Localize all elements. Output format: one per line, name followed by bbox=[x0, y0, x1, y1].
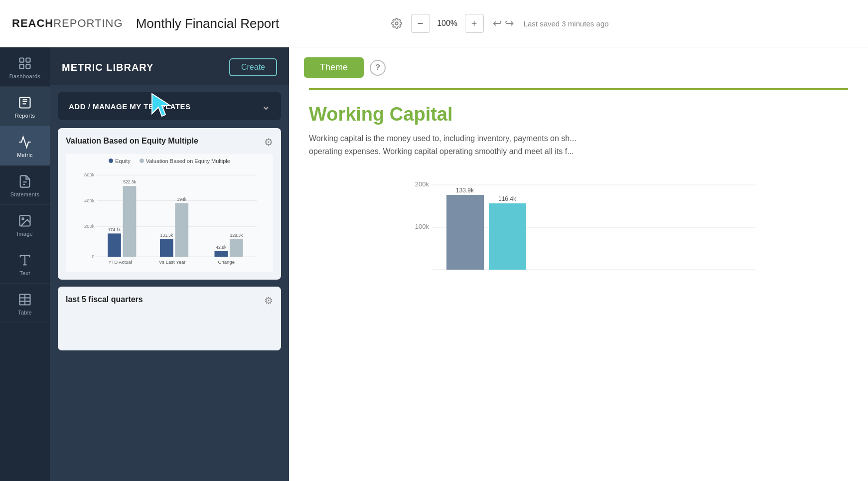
table-label: Table bbox=[18, 310, 32, 316]
undo-redo-group: ↩ ↪ bbox=[493, 17, 514, 30]
svg-rect-35 bbox=[175, 203, 188, 257]
zoom-in-button[interactable]: + bbox=[465, 14, 484, 33]
sidebar-item-image[interactable]: Image bbox=[0, 205, 50, 244]
svg-rect-50 bbox=[489, 203, 526, 270]
svg-text:Change: Change bbox=[218, 259, 235, 265]
svg-text:200k: 200k bbox=[415, 180, 430, 188]
text-label: Text bbox=[19, 270, 30, 276]
svg-rect-5 bbox=[20, 98, 30, 108]
reports-icon bbox=[18, 96, 32, 110]
svg-text:400k: 400k bbox=[84, 198, 95, 203]
report-title-input[interactable] bbox=[136, 16, 375, 31]
theme-button[interactable]: Theme bbox=[304, 57, 364, 78]
sidebar-item-dashboards[interactable]: Dashboards bbox=[0, 47, 50, 87]
svg-point-0 bbox=[395, 22, 398, 25]
sidebar-item-metric[interactable]: Metric bbox=[0, 126, 50, 165]
sidebar-item-reports[interactable]: Reports bbox=[0, 87, 50, 126]
svg-rect-3 bbox=[20, 64, 24, 68]
report-section-divider bbox=[309, 88, 848, 90]
svg-rect-48 bbox=[446, 195, 484, 270]
image-label: Image bbox=[17, 231, 33, 237]
report-content: Working Capital Working capital is the m… bbox=[289, 88, 868, 481]
reports-label: Reports bbox=[15, 113, 35, 119]
svg-text:131.3k: 131.3k bbox=[160, 233, 173, 238]
metric-library-header: METRIC LIBRARY Create bbox=[50, 47, 289, 85]
top-bar: REACHREPORTING − 100% + ↩ ↪ Last saved 3… bbox=[0, 0, 868, 47]
zoom-out-button[interactable]: − bbox=[411, 14, 430, 33]
brand-bold: REACH bbox=[12, 17, 53, 29]
svg-rect-30 bbox=[123, 186, 137, 257]
text-icon bbox=[18, 253, 32, 267]
legend-valuation: Valuation Based on Equity Multiple bbox=[140, 158, 230, 164]
metric-icon bbox=[18, 135, 32, 149]
metric-card-fiscal-quarters: last 5 fiscal quarters ⚙ bbox=[58, 287, 281, 350]
icon-sidebar: Dashboards Reports Metric Statements bbox=[0, 47, 50, 481]
svg-text:116.4k: 116.4k bbox=[498, 195, 517, 202]
svg-rect-38 bbox=[214, 251, 228, 257]
undo-button[interactable]: ↩ bbox=[493, 17, 502, 30]
svg-text:200k: 200k bbox=[84, 223, 95, 229]
svg-text:Vs Last Year: Vs Last Year bbox=[159, 259, 186, 265]
svg-text:600k: 600k bbox=[84, 172, 95, 177]
svg-rect-1 bbox=[20, 58, 24, 62]
svg-text:174.1k: 174.1k bbox=[108, 227, 121, 232]
chart-legend: Equity Valuation Based on Equity Multipl… bbox=[70, 158, 269, 164]
brand-light: REPORTING bbox=[53, 17, 123, 29]
main-layout: Dashboards Reports Metric Statements bbox=[0, 47, 868, 481]
sidebar-item-statements[interactable]: Statements bbox=[0, 165, 50, 205]
metric-library-panel: METRIC LIBRARY Create ADD / MANAGE MY TE… bbox=[50, 47, 289, 481]
svg-text:522.3k: 522.3k bbox=[123, 179, 136, 184]
add-manage-templates-button[interactable]: ADD / MANAGE MY TEMPLATES ⌄ bbox=[58, 92, 281, 120]
svg-rect-2 bbox=[26, 58, 30, 62]
zoom-level-display: 100% bbox=[435, 19, 460, 28]
right-chart-area: 200k 100k 133.9k 116.4k bbox=[309, 171, 848, 283]
fiscal-chart-placeholder bbox=[66, 313, 273, 342]
metric-card-title-valuation: Valuation Based on Equity Multiple bbox=[66, 136, 198, 147]
svg-text:133.9k: 133.9k bbox=[456, 187, 474, 194]
dashboards-label: Dashboards bbox=[9, 73, 40, 79]
working-capital-text: Working capital is the money used to, in… bbox=[309, 132, 588, 158]
create-button[interactable]: Create bbox=[229, 58, 277, 76]
svg-text:128.3k: 128.3k bbox=[230, 233, 243, 238]
table-icon bbox=[18, 293, 32, 307]
add-templates-label: ADD / MANAGE MY TEMPLATES bbox=[69, 102, 190, 111]
right-bar-chart-svg: 200k 100k 133.9k 116.4k bbox=[314, 171, 848, 281]
statements-icon bbox=[18, 174, 32, 188]
redo-button[interactable]: ↪ bbox=[505, 17, 514, 30]
chevron-down-icon: ⌄ bbox=[262, 100, 271, 112]
sidebar-item-table[interactable]: Table bbox=[0, 284, 50, 323]
svg-text:394k: 394k bbox=[177, 197, 186, 202]
metric-card-valuation: Valuation Based on Equity Multiple ⚙ Equ… bbox=[58, 128, 281, 280]
metric-card-title-fiscal: last 5 fiscal quarters bbox=[66, 295, 143, 305]
statements-label: Statements bbox=[10, 191, 40, 197]
image-icon bbox=[18, 214, 32, 228]
working-capital-title: Working Capital bbox=[309, 104, 848, 125]
settings-gear-button[interactable] bbox=[387, 14, 406, 33]
svg-point-12 bbox=[22, 218, 24, 220]
metric-card-gear-button-2[interactable]: ⚙ bbox=[264, 295, 273, 307]
right-content: Theme ? Working Capital Working capital … bbox=[289, 47, 868, 481]
legend-equity: Equity bbox=[109, 158, 131, 164]
metric-card-gear-button[interactable]: ⚙ bbox=[264, 136, 273, 148]
svg-text:0: 0 bbox=[92, 254, 94, 259]
brand-logo: REACHREPORTING bbox=[12, 17, 123, 30]
chart-area-valuation: Equity Valuation Based on Equity Multipl… bbox=[66, 154, 273, 272]
metric-label: Metric bbox=[17, 152, 33, 158]
bar-chart-svg: 600k 400k 200k 0 174.1k bbox=[70, 168, 269, 268]
svg-rect-33 bbox=[160, 239, 173, 257]
save-status: Last saved 3 minutes ago bbox=[524, 19, 609, 28]
svg-rect-28 bbox=[108, 233, 121, 257]
metric-card-header: Valuation Based on Equity Multiple ⚙ bbox=[66, 136, 273, 148]
svg-text:100k: 100k bbox=[415, 223, 430, 230]
toolbar-controls: − 100% + ↩ ↪ Last saved 3 minutes ago bbox=[387, 14, 609, 33]
metric-library-title: METRIC LIBRARY bbox=[62, 62, 153, 73]
metric-card-header-2: last 5 fiscal quarters ⚙ bbox=[66, 295, 273, 307]
svg-text:42.8k: 42.8k bbox=[216, 245, 227, 250]
dashboard-icon bbox=[18, 56, 32, 70]
help-icon-button[interactable]: ? bbox=[370, 60, 386, 76]
sidebar-item-text[interactable]: Text bbox=[0, 244, 50, 284]
svg-rect-4 bbox=[26, 64, 30, 68]
theme-area: Theme ? bbox=[289, 47, 868, 88]
svg-rect-40 bbox=[230, 239, 243, 257]
svg-text:YTD Actual: YTD Actual bbox=[108, 259, 132, 265]
